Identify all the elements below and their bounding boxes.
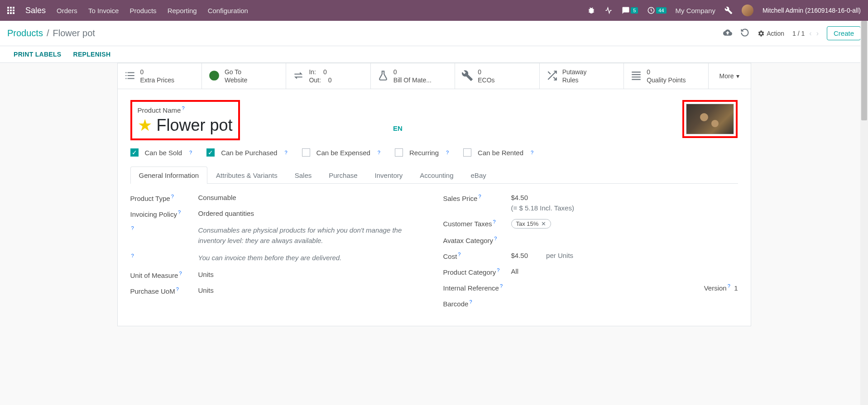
cost-field[interactable]: $4.50 xyxy=(511,252,528,259)
help-icon[interactable]: ? xyxy=(458,252,460,257)
stat-quality[interactable]: 0Quality Points xyxy=(624,63,708,89)
stat-putaway[interactable]: PutawayRules xyxy=(540,63,624,89)
brand[interactable]: Sales xyxy=(25,6,46,15)
help-icon[interactable]: ? xyxy=(728,283,730,289)
help-icon[interactable]: ? xyxy=(478,194,481,199)
replenish-button[interactable]: REPLENISH xyxy=(73,51,111,58)
help-icon[interactable]: ? xyxy=(179,271,182,276)
help-icon[interactable]: ? xyxy=(446,150,449,155)
purchase-uom-field[interactable]: Units xyxy=(198,286,425,294)
breadcrumb-parent[interactable]: Products xyxy=(7,28,43,38)
help-text: Consumables are physical products for wh… xyxy=(198,225,425,246)
tab-inventory[interactable]: Inventory xyxy=(366,167,412,184)
remove-tax-icon[interactable]: ✕ xyxy=(541,220,546,227)
stat-extra-prices[interactable]: 0Extra Prices xyxy=(118,63,202,89)
stat-more[interactable]: More ▾ xyxy=(709,63,751,89)
print-labels-button[interactable]: PRINT LABELS xyxy=(14,51,62,58)
svg-rect-7 xyxy=(10,12,12,14)
uom-field[interactable]: Units xyxy=(198,271,425,278)
globe-icon xyxy=(208,70,220,83)
invoicing-policy-field[interactable]: Ordered quantities xyxy=(198,210,425,217)
list-icon xyxy=(124,70,136,83)
help-icon[interactable]: ? xyxy=(284,150,287,155)
help-icon[interactable]: ? xyxy=(493,219,496,224)
svg-rect-8 xyxy=(13,12,14,14)
help-icon[interactable]: ? xyxy=(178,210,181,215)
help-icon[interactable]: ? xyxy=(500,283,503,289)
activities-badge: 44 xyxy=(656,7,666,14)
tab-accounting[interactable]: Accounting xyxy=(411,167,462,184)
create-button[interactable]: Create xyxy=(827,26,861,40)
recurring-checkbox[interactable] xyxy=(395,148,403,157)
nav-products[interactable]: Products xyxy=(129,7,156,14)
svg-rect-4 xyxy=(10,10,12,11)
stat-in-out[interactable]: In:0 Out:0 xyxy=(286,63,370,89)
help-icon[interactable]: ? xyxy=(182,105,184,111)
pager-next[interactable]: › xyxy=(816,29,819,38)
sales-price-field[interactable]: $4.50 xyxy=(511,194,738,201)
help-icon[interactable]: ? xyxy=(531,150,533,155)
scrollbar[interactable] xyxy=(860,21,868,326)
breadcrumb-current: Flower pot xyxy=(53,28,95,38)
action-dropdown[interactable]: Action xyxy=(758,30,784,37)
apps-icon[interactable] xyxy=(7,7,14,14)
activities-button[interactable]: 44 xyxy=(647,6,666,14)
tools-icon[interactable] xyxy=(724,6,733,14)
product-type-field[interactable]: Consumable xyxy=(198,194,425,201)
stat-website[interactable]: Go ToWebsite xyxy=(202,63,286,89)
can-be-purchased-checkbox[interactable]: ✓ xyxy=(206,148,215,157)
tab-ebay[interactable]: eBay xyxy=(462,167,495,184)
help-icon[interactable]: ? xyxy=(189,150,192,155)
nav-orders[interactable]: Orders xyxy=(57,7,77,14)
product-name-field[interactable]: Flower pot xyxy=(157,116,233,135)
help-icon[interactable]: ? xyxy=(131,225,134,231)
version-field[interactable]: 1 xyxy=(734,284,738,292)
user-name[interactable]: Mitchell Admin (21609148-16-0-all) xyxy=(762,7,861,14)
help-icon[interactable]: ? xyxy=(171,194,174,199)
can-be-expensed-checkbox[interactable] xyxy=(302,148,310,157)
messages-button[interactable]: 5 xyxy=(622,6,638,14)
wrench-icon xyxy=(461,70,473,83)
tab-general[interactable]: General Information xyxy=(130,167,208,184)
svg-rect-2 xyxy=(13,7,14,9)
stat-bom[interactable]: 0Bill Of Mate... xyxy=(371,63,455,89)
svg-rect-5 xyxy=(13,10,14,11)
nav-configuration[interactable]: Configuration xyxy=(208,7,248,14)
stat-ecos[interactable]: 0ECOs xyxy=(455,63,539,89)
bug-icon[interactable] xyxy=(587,6,595,14)
tab-purchase[interactable]: Purchase xyxy=(320,167,366,184)
tab-attributes[interactable]: Attributes & Variants xyxy=(207,167,286,184)
form-sheet: Product Name? ★ Flower pot EN ✓Can be So… xyxy=(117,89,751,326)
help-icon[interactable]: ? xyxy=(497,267,499,273)
help-icon[interactable]: ? xyxy=(469,299,472,305)
nav-to-invoice[interactable]: To Invoice xyxy=(88,7,119,14)
discard-icon[interactable] xyxy=(740,28,749,38)
product-image[interactable] xyxy=(682,100,738,138)
stat-buttons: 0Extra Prices Go ToWebsite In:0 Out:0 0B… xyxy=(117,63,751,89)
nav-reporting[interactable]: Reporting xyxy=(168,7,197,14)
category-field[interactable]: All xyxy=(511,267,738,275)
svg-rect-1 xyxy=(10,7,12,9)
can-be-sold-checkbox[interactable]: ✓ xyxy=(130,148,139,157)
language-badge[interactable]: EN xyxy=(393,124,403,132)
help-icon[interactable]: ? xyxy=(494,236,497,241)
cloud-upload-icon[interactable] xyxy=(723,28,732,38)
support-icon[interactable] xyxy=(604,6,613,14)
options-row: ✓Can be Sold? ✓Can be Purchased? Can be … xyxy=(130,148,738,157)
tab-sales[interactable]: Sales xyxy=(286,167,321,184)
product-name-label: Product Name xyxy=(138,106,181,114)
help-icon[interactable]: ? xyxy=(131,253,134,258)
tax-tag[interactable]: Tax 15%✕ xyxy=(511,219,551,229)
pager-prev[interactable]: ‹ xyxy=(809,29,811,38)
company-switcher[interactable]: My Company xyxy=(676,7,715,14)
can-be-rented-checkbox[interactable] xyxy=(463,148,471,157)
avatar[interactable] xyxy=(742,5,753,16)
product-title-area: Product Name? ★ Flower pot xyxy=(130,100,240,140)
help-icon[interactable]: ? xyxy=(378,150,380,155)
bars-icon xyxy=(630,70,642,83)
general-tab-content: Product Type?Consumable Invoicing Policy… xyxy=(130,194,738,315)
help-icon[interactable]: ? xyxy=(176,286,179,292)
pager-value[interactable]: 1 / 1 xyxy=(792,30,805,37)
favorite-star-icon[interactable]: ★ xyxy=(138,116,152,135)
flask-icon xyxy=(377,70,389,83)
